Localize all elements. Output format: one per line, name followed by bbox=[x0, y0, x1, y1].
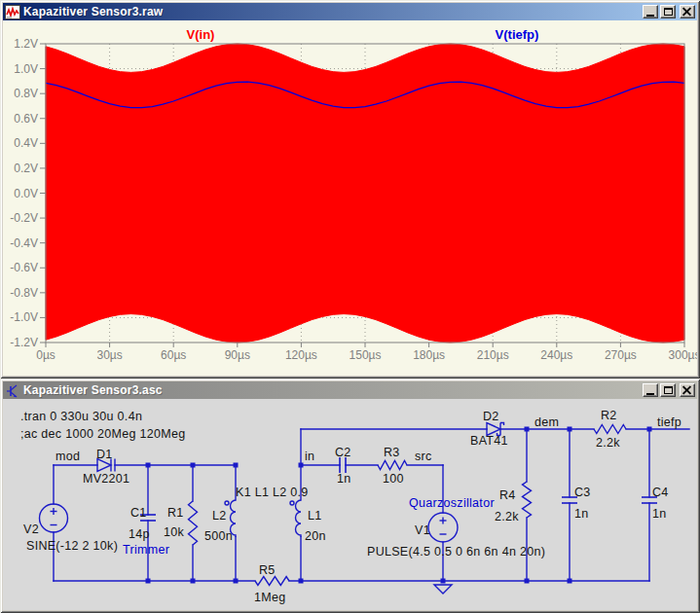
label-r3_val: 100 bbox=[383, 472, 404, 486]
label-l2_ref: L2 bbox=[212, 509, 227, 523]
legend-vin: V(in) bbox=[187, 27, 215, 42]
label-k1: K1 L1 L2 0.9 bbox=[236, 486, 309, 499]
y-tick-label: 0.8V bbox=[14, 87, 38, 100]
y-tick-label: -0.4V bbox=[10, 236, 38, 250]
waveform-window: Kapazitiver Sensor3.raw 1.2V1.0V0.8V0.6V… bbox=[0, 0, 700, 379]
y-tick-label: 0.6V bbox=[14, 112, 38, 126]
close-icon bbox=[682, 386, 692, 395]
label-d1_ref: D1 bbox=[96, 448, 113, 461]
minimize-button[interactable] bbox=[643, 383, 658, 397]
label-r2_ref: R2 bbox=[601, 409, 617, 422]
label-v1_ref: V1 bbox=[415, 523, 430, 537]
label-r5_ref: R5 bbox=[259, 563, 276, 577]
x-tick-label: 300µs bbox=[669, 348, 697, 362]
x-tick-label: 150µs bbox=[350, 348, 382, 362]
schematic-canvas[interactable]: .tran 0 330u 30u 0.4n;ac dec 1000 20Meg … bbox=[3, 399, 697, 610]
label-v2_ref: V2 bbox=[23, 523, 39, 536]
label-c1_ref: C1 bbox=[130, 506, 147, 520]
label-c4_ref: C4 bbox=[652, 486, 669, 499]
label-in: in bbox=[305, 450, 314, 463]
y-tick-label: -0.2V bbox=[10, 211, 38, 225]
close-button[interactable] bbox=[680, 5, 695, 18]
label-d2_val: BAT41 bbox=[470, 434, 508, 448]
label-l1_ref: L1 bbox=[308, 509, 322, 523]
label-src: src bbox=[415, 450, 432, 463]
x-tick-label: 210µs bbox=[477, 348, 509, 362]
label-tiefp: tiefp bbox=[657, 415, 682, 429]
maximize-icon bbox=[664, 386, 673, 394]
y-tick-label: 1.2V bbox=[14, 37, 38, 51]
label-r1_ref: R1 bbox=[167, 506, 184, 520]
label-c1_comment: Trimmer bbox=[123, 543, 169, 557]
y-tick-label: -1.0V bbox=[10, 310, 38, 324]
x-tick-label: 120µs bbox=[285, 348, 317, 362]
x-tick-label: 90µs bbox=[225, 348, 250, 362]
label-r4_val: 2.2k bbox=[495, 510, 519, 523]
schematic-window: Kapazitiver Sensor3.asc .tran 0 330u 30u… bbox=[0, 379, 700, 613]
label-dem: dem bbox=[534, 415, 559, 429]
label-l1_val: 20n bbox=[305, 529, 326, 543]
label-ac: ;ac dec 1000 20Meg 120Meg bbox=[20, 427, 185, 441]
x-tick-label: 180µs bbox=[413, 348, 445, 362]
close-icon bbox=[682, 8, 692, 17]
minimize-icon bbox=[646, 393, 654, 395]
maximize-button[interactable] bbox=[660, 5, 676, 18]
label-mod: mod bbox=[55, 450, 80, 463]
window-controls bbox=[643, 383, 695, 397]
label-c1_val: 14p bbox=[129, 527, 150, 541]
y-tick-label: -1.2V bbox=[10, 336, 38, 349]
label-r5_val: 1Meg bbox=[254, 591, 285, 604]
x-tick-label: 60µs bbox=[161, 348, 186, 362]
x-tick-label: 240µs bbox=[540, 348, 572, 362]
y-tick-label: -0.8V bbox=[10, 286, 38, 300]
label-c3_val: 1n bbox=[574, 507, 589, 521]
x-tick-label: 270µs bbox=[605, 348, 637, 362]
label-c2_val: 1n bbox=[337, 472, 351, 486]
label-d1_val: MV2201 bbox=[83, 472, 129, 486]
label-v1_val: PULSE(4.5 0.5 0 6n 6n 4n 20n) bbox=[367, 545, 545, 559]
maximize-button[interactable] bbox=[660, 383, 676, 397]
label-r1_val: 10k bbox=[164, 525, 185, 539]
label-d2_ref: D2 bbox=[483, 410, 499, 423]
minimize-button[interactable] bbox=[643, 5, 658, 18]
waveform-file-icon[interactable] bbox=[5, 5, 20, 19]
x-tick-label: 30µs bbox=[96, 348, 122, 362]
label-v1_comment: Quarzoszillator bbox=[409, 496, 495, 510]
window-title: Kapazitiver Sensor3.asc bbox=[23, 383, 640, 397]
label-c2_ref: C2 bbox=[335, 446, 351, 459]
label-c4_val: 1n bbox=[652, 507, 667, 521]
label-tran: .tran 0 330u 30u 0.4n bbox=[20, 410, 142, 423]
waveform-titlebar[interactable]: Kapazitiver Sensor3.raw bbox=[3, 3, 697, 20]
waveform-plot[interactable]: 1.2V1.0V0.8V0.6V0.4V0.2V0.0V-0.2V-0.4V-0… bbox=[3, 20, 697, 376]
window-controls bbox=[643, 5, 695, 18]
label-v2_val: SINE(-12 2 10k) bbox=[26, 539, 118, 553]
trace-vin bbox=[46, 44, 684, 343]
y-tick-label: 1.0V bbox=[14, 62, 38, 76]
label-c3_ref: C3 bbox=[574, 486, 591, 499]
label-l2_val: 500n bbox=[204, 529, 233, 543]
label-r4_ref: R4 bbox=[499, 488, 516, 502]
y-tick-label: 0.0V bbox=[14, 187, 38, 200]
schematic-titlebar[interactable]: Kapazitiver Sensor3.asc bbox=[3, 381, 697, 399]
y-tick-label: 0.2V bbox=[14, 162, 38, 175]
label-r2_val: 2.2k bbox=[596, 436, 620, 450]
legend-vtiefp: V(tiefp) bbox=[496, 27, 539, 42]
y-tick-label: 0.4V bbox=[14, 136, 38, 150]
maximize-icon bbox=[664, 8, 673, 16]
x-tick-label: 0µs bbox=[36, 348, 55, 362]
window-title: Kapazitiver Sensor3.raw bbox=[23, 5, 640, 18]
schematic-canvas-area: .tran 0 330u 30u 0.4n;ac dec 1000 20Meg … bbox=[3, 399, 697, 610]
y-tick-label: -0.6V bbox=[10, 261, 38, 274]
close-button[interactable] bbox=[680, 383, 695, 397]
minimize-icon bbox=[646, 15, 654, 17]
schematic-file-icon[interactable] bbox=[5, 383, 20, 398]
label-r3_ref: R3 bbox=[384, 446, 400, 459]
waveform-plot-area: 1.2V1.0V0.8V0.6V0.4V0.2V0.0V-0.2V-0.4V-0… bbox=[3, 20, 697, 376]
